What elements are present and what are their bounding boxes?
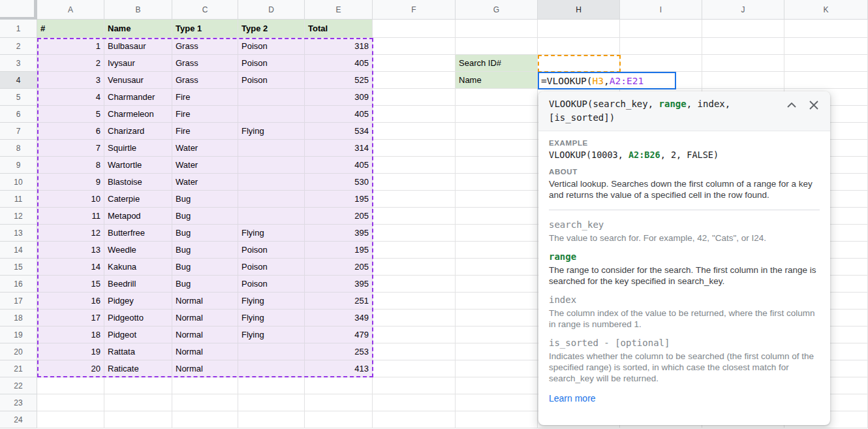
row-header-15[interactable]: 15 [0,259,37,276]
cell-A22[interactable] [37,377,104,394]
cell-B9[interactable]: Wartortle [104,157,172,174]
cell-B4[interactable]: Venusaur [104,72,172,89]
cell-C8[interactable]: Water [172,140,238,157]
cell-E17[interactable]: 251 [305,293,373,310]
cell-D14[interactable]: Poison [238,242,305,259]
cell-E4[interactable]: 525 [305,72,373,89]
cell-F21[interactable] [373,360,456,377]
cell-K4[interactable] [784,72,868,89]
cell-A3[interactable]: 2 [37,55,104,72]
cell-C24[interactable] [172,411,238,428]
cell-B12[interactable]: Metapod [104,208,172,225]
row-header-6[interactable]: 6 [0,106,37,123]
column-header-G[interactable]: G [456,0,538,20]
cell-C3[interactable]: Grass [172,55,238,72]
cell-A17[interactable]: 16 [37,293,104,310]
cell-E18[interactable]: 349 [305,310,373,326]
cell-A14[interactable]: 13 [37,242,104,259]
cell-G24[interactable] [456,411,538,428]
cell-E6[interactable]: 405 [305,106,373,123]
cell-C12[interactable]: Bug [172,208,238,225]
cell-B10[interactable]: Blastoise [104,174,172,191]
cell-D22[interactable] [238,377,305,394]
cell-A18[interactable]: 17 [37,310,104,326]
column-header-J[interactable]: J [702,0,784,20]
cell-A19[interactable]: 18 [37,326,104,343]
cell-F5[interactable] [373,89,456,106]
cell-E2[interactable]: 318 [305,38,373,55]
cell-B24[interactable] [104,411,172,428]
cell-F8[interactable] [373,140,456,157]
cell-C19[interactable]: Normal [172,326,238,343]
cell-G2[interactable] [456,38,538,55]
row-header-14[interactable]: 14 [0,242,37,259]
row-header-16[interactable]: 16 [0,276,37,293]
cell-H1[interactable] [538,20,620,38]
cell-D13[interactable]: Flying [238,225,305,242]
cell-D3[interactable]: Poison [238,55,305,72]
cell-B17[interactable]: Pidgey [104,293,172,310]
row-header-9[interactable]: 9 [0,157,37,174]
row-header-21[interactable]: 21 [0,360,37,377]
cell-E8[interactable]: 314 [305,140,373,157]
column-header-K[interactable]: K [784,0,868,20]
cell-C23[interactable] [172,394,238,411]
cell-E23[interactable] [305,394,373,411]
cell-G1[interactable] [456,20,538,38]
cell-D19[interactable]: Flying [238,326,305,343]
cell-B18[interactable]: Pidgeotto [104,310,172,326]
cell-F23[interactable] [373,394,456,411]
cell-D2[interactable]: Poison [238,38,305,55]
cell-C18[interactable]: Normal [172,310,238,326]
cell-A11[interactable]: 10 [37,191,104,208]
cell-D7[interactable]: Flying [238,123,305,140]
row-header-20[interactable]: 20 [0,343,37,360]
cell-C13[interactable]: Bug [172,225,238,242]
cell-G10[interactable] [456,174,538,191]
cell-B21[interactable]: Raticate [104,360,172,377]
cell-F11[interactable] [373,191,456,208]
cell-I1[interactable] [620,20,702,38]
cell-F10[interactable] [373,174,456,191]
row-header-7[interactable]: 7 [0,123,37,140]
cell-B2[interactable]: Bulbasaur [104,38,172,55]
cell-G18[interactable] [456,310,538,326]
cell-D11[interactable] [238,191,305,208]
cell-D1[interactable]: Type 2 [238,20,305,38]
cell-D23[interactable] [238,394,305,411]
cell-B15[interactable]: Kakuna [104,259,172,276]
cell-B16[interactable]: Beedrill [104,276,172,293]
column-header-D[interactable]: D [238,0,305,20]
cell-E11[interactable]: 195 [305,191,373,208]
cell-E10[interactable]: 530 [305,174,373,191]
cell-G17[interactable] [456,293,538,310]
cell-B6[interactable]: Charmeleon [104,106,172,123]
cell-D15[interactable]: Poison [238,259,305,276]
row-header-17[interactable]: 17 [0,293,37,310]
cell-A6[interactable]: 5 [37,106,104,123]
cell-F22[interactable] [373,377,456,394]
cell-G23[interactable] [456,394,538,411]
cell-C20[interactable]: Normal [172,343,238,360]
cell-G15[interactable] [456,259,538,276]
column-header-F[interactable]: F [373,0,456,20]
cell-C6[interactable]: Fire [172,106,238,123]
cell-F9[interactable] [373,157,456,174]
cell-F14[interactable] [373,242,456,259]
cell-G6[interactable] [456,106,538,123]
cell-B8[interactable]: Squirtle [104,140,172,157]
cell-B23[interactable] [104,394,172,411]
cell-E24[interactable] [305,411,373,428]
cell-G21[interactable] [456,360,538,377]
cell-A1[interactable]: # [37,20,104,38]
cell-F7[interactable] [373,123,456,140]
cell-C11[interactable]: Bug [172,191,238,208]
cell-G20[interactable] [456,343,538,360]
cell-A15[interactable]: 14 [37,259,104,276]
row-header-24[interactable]: 24 [0,411,37,428]
row-header-19[interactable]: 19 [0,326,37,343]
cell-B5[interactable]: Charmander [104,89,172,106]
row-header-5[interactable]: 5 [0,89,37,106]
cell-C17[interactable]: Normal [172,293,238,310]
cell-A24[interactable] [37,411,104,428]
